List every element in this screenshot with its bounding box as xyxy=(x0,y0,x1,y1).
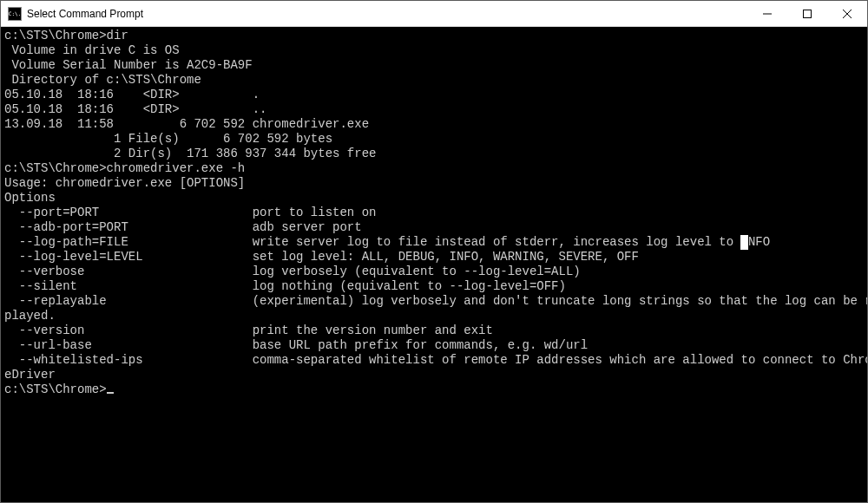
minimize-button[interactable] xyxy=(747,1,787,26)
terminal-line: --replayable (experimental) log verbosel… xyxy=(4,294,864,309)
maximize-button[interactable] xyxy=(787,1,827,26)
terminal-line: Volume Serial Number is A2C9-BA9F xyxy=(4,58,864,73)
close-button[interactable] xyxy=(827,1,867,26)
terminal-line: 13.09.18 11:58 6 702 592 chromedriver.ex… xyxy=(4,117,864,132)
minimize-icon xyxy=(763,10,772,18)
terminal-output[interactable]: c:\STS\Chrome>dir Volume in drive C is O… xyxy=(1,27,867,502)
terminal-line: c:\STS\Chrome>dir xyxy=(4,29,864,43)
terminal-line: --version print the version number and e… xyxy=(4,323,864,338)
terminal-line: Options xyxy=(4,191,864,206)
terminal-line: c:\STS\Chrome>chromedriver.exe -h xyxy=(4,161,864,176)
window: C:\. Select Command Prompt c:\STS\Chrome… xyxy=(0,0,868,503)
close-icon xyxy=(843,10,852,18)
terminal-line: --verbose log verbosely (equivalent to -… xyxy=(4,265,864,279)
terminal-line: --adb-port=PORT adb server port xyxy=(4,220,864,235)
terminal-prompt-line: c:\STS\Chrome> xyxy=(4,382,864,397)
svg-rect-1 xyxy=(804,10,812,17)
terminal-line: 2 Dir(s) 171 386 937 344 bytes free xyxy=(4,147,864,161)
terminal-line: --silent log nothing (equivalent to --lo… xyxy=(4,279,864,294)
titlebar[interactable]: C:\. Select Command Prompt xyxy=(1,1,867,27)
terminal-line: 1 File(s) 6 702 592 bytes xyxy=(4,132,864,147)
terminal-line: --log-level=LEVEL set log level: ALL, DE… xyxy=(4,250,864,265)
terminal-line: --url-base base URL path prefix for comm… xyxy=(4,338,864,353)
window-controls xyxy=(747,1,867,26)
terminal-line: played. xyxy=(4,309,864,323)
terminal-line: 05.10.18 18:16 <DIR> .. xyxy=(4,102,864,117)
cursor xyxy=(107,392,114,395)
terminal-line: Volume in drive C is OS xyxy=(4,43,864,58)
terminal-line: --port=PORT port to listen on xyxy=(4,206,864,220)
selection-block xyxy=(740,235,748,250)
terminal-line: 05.10.18 18:16 <DIR> . xyxy=(4,88,864,102)
terminal-line: Directory of c:\STS\Chrome xyxy=(4,73,864,88)
maximize-icon xyxy=(803,10,812,18)
terminal-line: --whitelisted-ips comma-separated whitel… xyxy=(4,353,864,368)
cmd-icon: C:\. xyxy=(8,7,22,21)
window-title: Select Command Prompt xyxy=(27,8,747,20)
terminal-line: eDriver xyxy=(4,368,864,382)
terminal-line: Usage: chromedriver.exe [OPTIONS] xyxy=(4,176,864,191)
terminal-line: --log-path=FILE write server log to file… xyxy=(4,235,864,250)
